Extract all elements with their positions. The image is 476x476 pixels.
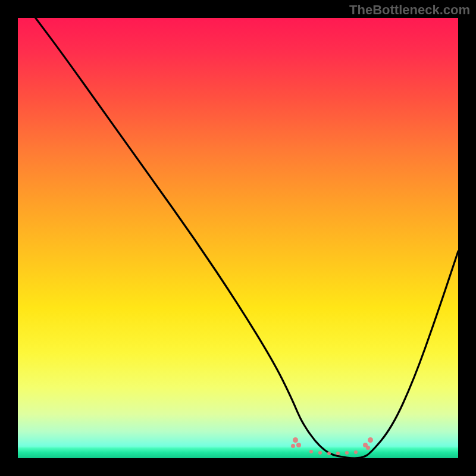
valley-marker-center-3	[327, 452, 331, 455]
valley-marker-center-5	[345, 451, 349, 455]
watermark-text: TheBottleneck.com	[349, 2, 470, 18]
valley-marker-right-3	[366, 446, 370, 450]
valley-marker-left-1	[293, 437, 298, 443]
valley-marker-center-4	[336, 452, 340, 455]
valley-marker-center-2	[318, 451, 322, 455]
valley-marker-left-3	[291, 444, 295, 448]
bottleneck-curve	[36, 18, 458, 458]
valley-marker-center-6	[354, 450, 358, 454]
plot-area	[18, 18, 458, 458]
valley-marker-left-2	[296, 443, 301, 447]
valley-marker-center-1	[309, 450, 313, 453]
chart-container: TheBottleneck.com	[0, 0, 476, 476]
curve-svg	[18, 18, 458, 458]
valley-marker-right-2	[368, 437, 373, 443]
